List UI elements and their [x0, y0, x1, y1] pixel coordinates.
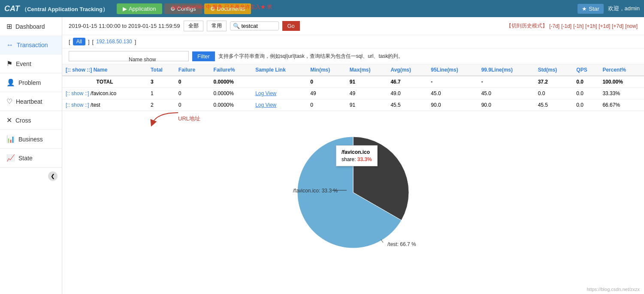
business-icon: 📊 — [6, 135, 15, 143]
cell-max: 49 — [346, 88, 387, 99]
event-icon: ⚑ — [6, 60, 12, 68]
bracket-ip-close: ] — [135, 39, 136, 45]
state-icon: 📈 — [6, 154, 15, 162]
filter-button[interactable]: Filter — [192, 51, 215, 61]
show-link[interactable]: [:: show ::] — [66, 102, 89, 108]
sidebar-item-business[interactable]: 📊 Business — [0, 130, 62, 149]
cell-sample[interactable]: Log View — [252, 88, 307, 99]
cell-failure: 0 — [175, 99, 210, 111]
cell-total: 2 — [147, 99, 175, 111]
topbar: CAT （Central Application Tracking） ▶ App… — [0, 0, 644, 17]
tag-all[interactable]: All — [73, 38, 85, 45]
time-link-now[interactable]: [now] — [625, 23, 638, 29]
topbar-right: ★ Star 欢迎，admin — [577, 4, 640, 14]
cell-name: [:: show ::] /favicon.ico — [62, 88, 147, 99]
table-header-row: [:: show ::] Name Total Failure Failure%… — [62, 64, 644, 76]
tooltip-share: share: 33.3% — [342, 156, 372, 162]
bracket-close: ] — [88, 39, 90, 45]
time-link-plus1h[interactable]: [+1h] — [585, 23, 597, 29]
cell-total: 1 — [147, 88, 175, 99]
cell-min: 0 — [307, 76, 346, 88]
cell-qps: 0.0 — [573, 76, 599, 88]
cell-failure-pct: 0.0000% — [210, 99, 252, 111]
tooltip-title: /favicon.ico — [342, 149, 372, 155]
cell-avg: 46.7 — [387, 76, 427, 88]
history-controls: 【切到历史模式】 [-7d] [-1d] [-1h] [+1h] [+1d] [… — [506, 22, 638, 30]
time-link-minus1d[interactable]: [-1d] — [561, 23, 571, 29]
col-min: Min(ms) — [307, 64, 346, 76]
cell-qps: 0.0 — [573, 88, 599, 99]
go-button[interactable]: Go — [282, 21, 300, 31]
chart-tooltip: /favicon.ico share: 33.3% — [336, 145, 378, 166]
search-input[interactable] — [242, 23, 276, 29]
cell-avg: 49.0 — [387, 88, 427, 99]
cell-total: 3 — [147, 76, 175, 88]
cell-avg: 45.5 — [387, 99, 427, 111]
sidebar-item-state[interactable]: 📈 State — [0, 149, 62, 168]
cell-999line: - — [478, 76, 535, 88]
star-button[interactable]: ★ Star — [577, 4, 603, 14]
pie-label-test: /test: 66.7 % — [387, 241, 416, 247]
transaction-icon: ↔ — [6, 41, 13, 49]
col-percent: Percent% — [599, 64, 644, 76]
cell-failure-pct: 0.0000% — [210, 88, 252, 99]
cell-name: [:: show ::] /test — [62, 99, 147, 111]
cell-name: TOTAL — [62, 76, 147, 88]
tag-ip[interactable]: 192.168.50.130 — [96, 39, 132, 45]
pie-chart-container: /favicon.ico: 33.3 % /test: 66.7 % /favi… — [272, 120, 435, 267]
application-btn[interactable]: ▶ Application — [117, 3, 162, 14]
table-row: [:: show ::] /favicon.ico 1 0 0.0000% Lo… — [62, 88, 644, 99]
cell-999line: 45.0 — [478, 88, 535, 99]
table-row: TOTAL 3 0 0.0000% 0 91 46.7 - - 37.2 0.0… — [62, 76, 644, 88]
cell-std: 37.2 — [535, 76, 573, 88]
cell-std: 0.0 — [535, 88, 573, 99]
cell-sample[interactable]: Log View — [252, 99, 307, 111]
star-icon: ★ — [582, 6, 587, 12]
welcome-text: 欢迎，admin — [608, 5, 640, 12]
time-link-minus7d[interactable]: [-7d] — [549, 23, 559, 29]
sidebar-item-event[interactable]: ⚑ Event — [0, 54, 62, 73]
col-std: Std(ms) — [535, 64, 573, 76]
app-icon: ▶ — [123, 6, 127, 12]
cell-95line: 45.0 — [427, 88, 478, 99]
col-999line: 99.9Line(ms) — [478, 64, 535, 76]
time-link-plus1d[interactable]: [+1d] — [599, 23, 610, 29]
cell-999line: 90.0 — [478, 99, 535, 111]
sidebar-item-dashboard[interactable]: ⊞ Dashboard — [0, 17, 62, 36]
sidebar-item-cross[interactable]: ✕ Cross — [0, 111, 62, 130]
history-mode-link[interactable]: 【切到历史模式】 — [506, 22, 547, 30]
sidebar-item-transaction[interactable]: ↔ Transaction — [0, 36, 62, 54]
show-link[interactable]: [:: show ::] — [66, 90, 89, 96]
layout: ⊞ Dashboard ↔ Transaction ⚑ Event 👤 Prob… — [0, 17, 644, 294]
bracket-ip-open: [ — [92, 39, 94, 45]
col-max: Max(ms) — [346, 64, 387, 76]
col-failure-pct: Failure% — [210, 64, 252, 76]
time-link-plus7d[interactable]: [+7d] — [612, 23, 623, 29]
cell-max: 91 — [346, 76, 387, 88]
cell-percent: 100.00% — [599, 76, 644, 88]
main-content: 2019-01-15 11:00:00 to 2019-01-15 11:59:… — [62, 17, 644, 294]
cell-percent: 66.67% — [599, 99, 644, 111]
heartbeat-icon: ♡ — [6, 97, 12, 105]
pie-chart: /favicon.ico: 33.3 % /test: 66.7 % — [272, 120, 435, 265]
sidebar-item-problem[interactable]: 👤 Problem — [0, 73, 62, 92]
chart-area: /favicon.ico: 33.3 % /test: 66.7 % /favi… — [62, 111, 644, 275]
datetime-range: 2019-01-15 11:00:00 to 2019-01-15 11:59:… — [69, 23, 180, 29]
log-view-link[interactable]: Log View — [255, 102, 276, 108]
tooltip-share-value: 33.3% — [357, 156, 372, 162]
cross-icon: ✕ — [6, 116, 12, 124]
table-container: Name show [:: show ::] Name Total Failur… — [62, 64, 644, 111]
col-total: Total — [147, 64, 175, 76]
normal-button[interactable]: 常用 — [207, 21, 227, 31]
sidebar-item-heartbeat[interactable]: ♡ Heartbeat — [0, 92, 62, 111]
cell-sample — [252, 76, 307, 88]
time-link-minus1h[interactable]: [-1h] — [573, 23, 584, 29]
log-view-link[interactable]: Log View — [255, 90, 276, 96]
all-button[interactable]: 全部 — [184, 21, 203, 31]
cell-min: 49 — [307, 88, 346, 99]
col-95line: 95Line(ms) — [427, 64, 478, 76]
pie-label-favicon: /favicon.ico: 33.3 % — [293, 188, 338, 194]
problem-icon: 👤 — [6, 78, 15, 87]
collapse-sidebar-button[interactable]: ❮ — [48, 171, 57, 181]
search-icon: 🔍 — [233, 23, 240, 29]
